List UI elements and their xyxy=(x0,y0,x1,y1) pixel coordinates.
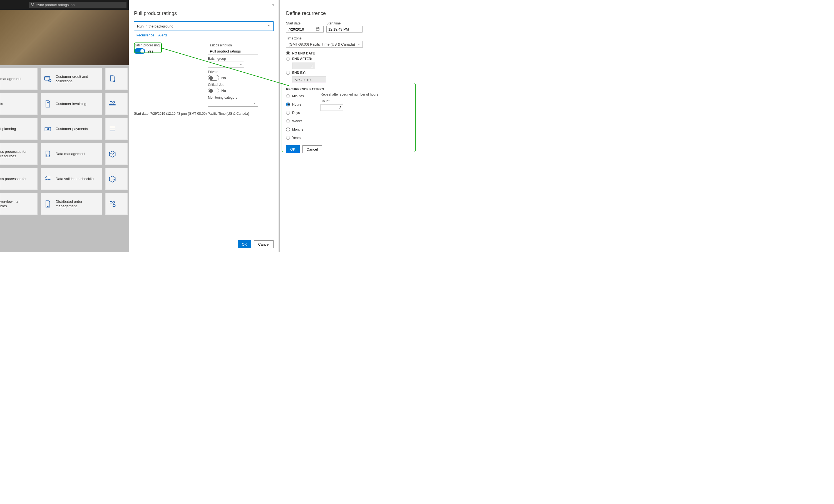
start-date-label: Start date xyxy=(286,21,324,25)
recurrence-ok-button[interactable]: OK xyxy=(286,145,300,153)
start-time-label: Start time xyxy=(326,21,363,25)
start-date-input[interactable] xyxy=(288,27,316,31)
monitoring-dropdown[interactable] xyxy=(208,100,258,107)
unit-label: Weeks xyxy=(292,119,302,123)
top-bar xyxy=(0,0,129,10)
people-lock-icon xyxy=(108,200,116,208)
task-description-input[interactable] xyxy=(208,48,258,54)
unit-label: Minutes xyxy=(292,94,304,98)
end-after-option[interactable]: END AFTER: xyxy=(286,57,411,61)
tile-partial[interactable]: ss processes for resources xyxy=(0,143,38,165)
timezone-dropdown[interactable]: (GMT-08:00) Pacific Time (US & Canada) xyxy=(286,41,363,47)
tile-label: Customer payments xyxy=(56,127,88,131)
critical-toggle[interactable] xyxy=(208,88,219,93)
tile-partial-right[interactable] xyxy=(105,68,128,90)
svg-point-8 xyxy=(110,101,112,104)
start-date-field[interactable] xyxy=(286,26,324,32)
tab-alerts[interactable]: Alerts xyxy=(158,33,167,37)
search-input[interactable] xyxy=(37,3,125,7)
pattern-unit-hours[interactable]: Hours xyxy=(286,102,304,107)
svg-point-0 xyxy=(31,3,34,5)
tile-partial-right[interactable] xyxy=(105,143,128,165)
tile-label: ts xyxy=(0,102,3,106)
pattern-unit-minutes[interactable]: Minutes xyxy=(286,94,304,98)
search-icon xyxy=(31,2,35,7)
pattern-unit-days[interactable]: Days xyxy=(286,111,304,115)
svg-line-1 xyxy=(34,5,35,6)
critical-value: No xyxy=(221,89,226,93)
count-input[interactable] xyxy=(321,104,343,111)
section-run-background[interactable]: Run in the background xyxy=(134,21,273,31)
box-icon xyxy=(108,150,116,158)
unit-label: Days xyxy=(292,111,300,115)
doc-gear-icon xyxy=(108,75,116,83)
count-label: Count xyxy=(321,99,378,103)
timezone-value: (GMT-08:00) Pacific Time (US & Canada) xyxy=(289,42,355,46)
data-icon xyxy=(44,150,52,158)
svg-point-5 xyxy=(113,80,115,82)
tab-recurrence[interactable]: Recurrence xyxy=(136,33,154,37)
define-recurrence-panel: Define recurrence Start date Start time … xyxy=(279,0,417,252)
svg-point-19 xyxy=(110,202,112,203)
sub-tabs: Recurrence Alerts xyxy=(136,33,272,37)
tile-partial[interactable]: ts xyxy=(0,93,38,115)
pattern-unit-weeks[interactable]: Weeks xyxy=(286,119,304,123)
tile-data-management[interactable]: Data management xyxy=(41,143,102,165)
svg-rect-21 xyxy=(113,205,115,206)
search-box[interactable] xyxy=(29,2,127,8)
panel-title: Pull product ratings xyxy=(134,10,273,16)
radio-icon xyxy=(286,102,290,107)
unit-label: Hours xyxy=(292,102,301,107)
tile-partial[interactable]: t planning xyxy=(0,118,38,140)
recurrence-title: Define recurrence xyxy=(286,10,411,16)
tile-partial[interactable]: management xyxy=(0,68,38,90)
pattern-unit-years[interactable]: Years xyxy=(286,136,304,140)
list-icon xyxy=(108,125,116,133)
radio-icon xyxy=(286,94,290,98)
radio-icon xyxy=(286,111,290,115)
ok-button[interactable]: OK xyxy=(238,240,251,248)
recurrence-cancel-button[interactable]: Cancel xyxy=(303,145,322,153)
batch-group-dropdown[interactable] xyxy=(208,61,244,68)
pattern-hint: Repeat after specified number of hours xyxy=(321,93,378,96)
tile-data-validation[interactable]: Data validation checklist xyxy=(41,168,102,190)
tile-partial-right[interactable] xyxy=(105,193,128,215)
help-icon[interactable]: ? xyxy=(272,3,274,8)
tile-partial-right[interactable] xyxy=(105,168,128,190)
batch-processing-toggle[interactable] xyxy=(134,48,145,54)
start-time-input[interactable] xyxy=(326,26,363,32)
tile-label: Data validation checklist xyxy=(56,177,94,181)
box-arrow-icon xyxy=(108,175,116,183)
workspace-tiles: management Customer credit and collectio… xyxy=(0,68,129,218)
task-description-label: Task description xyxy=(208,43,273,47)
timezone-label: Time zone xyxy=(286,37,411,40)
private-toggle[interactable] xyxy=(208,75,219,81)
tile-distributed-order[interactable]: Distributed order management xyxy=(41,193,102,215)
end-by-input xyxy=(292,76,326,83)
tile-label: management xyxy=(0,77,21,81)
tile-label: ss processes for xyxy=(0,177,27,181)
pattern-unit-months[interactable]: Months xyxy=(286,128,304,132)
tile-label: verview - all nies xyxy=(0,200,19,209)
tile-partial-right[interactable] xyxy=(105,118,128,140)
calendar-icon[interactable] xyxy=(316,27,320,32)
tile-partial-right[interactable] xyxy=(105,93,128,115)
no-end-date-option[interactable]: NO END DATE xyxy=(286,51,411,55)
tile-customer-invoicing[interactable]: Customer invoicing xyxy=(41,93,102,115)
pattern-units: MinutesHoursDaysWeeksMonthsYears xyxy=(286,93,304,141)
tile-label: Customer credit and collections xyxy=(56,74,99,84)
tile-customer-credit[interactable]: Customer credit and collections xyxy=(41,68,102,90)
start-date-status: Start date: 7/29/2019 (12:19:43 pm) (GMT… xyxy=(134,112,273,116)
svg-point-13 xyxy=(47,128,49,130)
tile-partial[interactable]: ss processes for xyxy=(0,168,38,190)
chevron-up-icon xyxy=(267,24,270,28)
end-by-option[interactable]: END BY: xyxy=(286,71,411,75)
tile-customer-payments[interactable]: Customer payments xyxy=(41,118,102,140)
tile-partial[interactable]: verview - all nies xyxy=(0,193,38,215)
cancel-button[interactable]: Cancel xyxy=(254,240,273,248)
people-icon xyxy=(108,100,116,108)
radio-icon xyxy=(286,51,290,55)
pattern-caption: RECURRENCE PATTERN xyxy=(286,88,411,91)
unit-label: Years xyxy=(292,136,301,140)
radio-icon xyxy=(286,128,290,132)
